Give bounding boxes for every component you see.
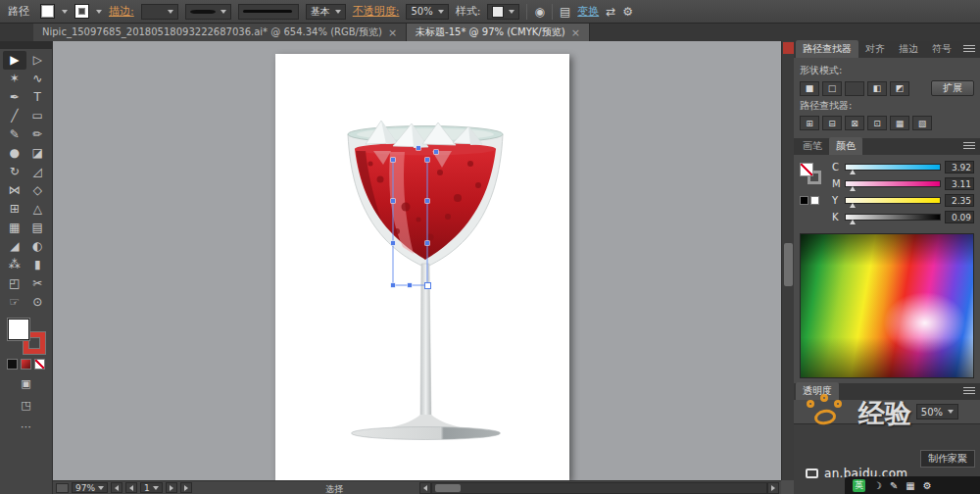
vertical-scroll-thumb[interactable] (784, 243, 793, 286)
opacity-panel-link[interactable]: 不透明度: (353, 4, 400, 19)
column-graph-tool[interactable]: ▮ (26, 256, 50, 274)
color-spectrum[interactable] (800, 233, 974, 378)
color-mode-button[interactable] (7, 359, 18, 370)
yellow-value[interactable]: 2.35 (945, 194, 974, 207)
scroll-left-arrow-icon[interactable] (419, 482, 431, 494)
merge-button[interactable]: ⊠ (845, 116, 864, 130)
vertical-scrollbar[interactable] (781, 41, 794, 480)
panel-menu-icon[interactable] (963, 387, 975, 396)
slider-thumb[interactable] (850, 186, 856, 191)
shape-builder-tool[interactable]: ⊞ (3, 200, 26, 219)
grid-icon[interactable] (56, 483, 69, 493)
rectangle-tool[interactable]: ▭ (26, 107, 50, 125)
stroke-weight-select[interactable] (141, 4, 178, 20)
panel-menu-icon[interactable] (963, 45, 975, 54)
direct-selection-tool[interactable]: ▷ (26, 51, 50, 70)
intersect-button[interactable]: ◧ (867, 81, 887, 96)
panel-fill-swatch[interactable] (800, 163, 813, 176)
canvas-area[interactable] (53, 41, 781, 480)
horizontal-scroll-track[interactable] (431, 482, 767, 494)
first-artboard-button[interactable] (111, 482, 122, 493)
white-swatch[interactable] (810, 196, 819, 205)
magic-wand-tool[interactable]: ✶ (3, 70, 26, 88)
tab-stroke[interactable]: 描边 (892, 40, 925, 58)
ime-keyboard-icon[interactable]: ▦ (906, 480, 914, 491)
slider-thumb[interactable] (850, 220, 856, 224)
style-swatch-select[interactable] (487, 4, 519, 20)
close-icon[interactable]: × (571, 26, 580, 39)
black-slider[interactable] (845, 214, 941, 221)
magenta-value[interactable]: 3.11 (945, 177, 974, 190)
stroke-dropdown-arrow-icon[interactable] (96, 10, 102, 14)
ime-moon-icon[interactable]: ☽ (873, 480, 882, 491)
artboard[interactable] (275, 54, 569, 480)
fill-dropdown-arrow-icon[interactable] (62, 10, 68, 14)
symbol-sprayer-tool[interactable]: ⁂ (3, 256, 26, 274)
unite-button[interactable]: ■ (800, 81, 819, 96)
lasso-tool[interactable]: ∿ (26, 70, 50, 88)
tool-panel-grip[interactable] (0, 41, 52, 49)
black-swatch[interactable] (800, 196, 808, 205)
ime-pen-icon[interactable]: ✎ (890, 480, 898, 491)
free-transform-tool[interactable]: ◇ (26, 181, 50, 200)
brush-preview[interactable] (238, 4, 299, 20)
perspective-grid-tool[interactable]: △ (26, 200, 50, 219)
width-profile-select[interactable] (185, 4, 231, 20)
minus-front-button[interactable]: □ (822, 81, 842, 96)
drawing-mode-icon[interactable]: ▣ (21, 377, 30, 390)
minus-back-button[interactable]: ▧ (912, 116, 932, 130)
last-artboard-button[interactable] (180, 482, 192, 493)
tab-transparency[interactable]: 透明度 (796, 382, 839, 400)
stroke-panel-link[interactable]: 描边: (109, 4, 134, 19)
eyedropper-tool[interactable]: ◢ (3, 237, 26, 256)
settings-icon[interactable]: ⚙ (622, 5, 633, 19)
slider-thumb[interactable] (850, 170, 856, 174)
pencil-tool[interactable]: ✏ (26, 125, 50, 144)
blend-tool[interactable]: ◐ (26, 237, 50, 256)
trim-button[interactable]: ⊟ (822, 116, 842, 130)
panel-menu-icon[interactable] (963, 142, 975, 151)
next-artboard-button[interactable] (166, 482, 177, 493)
more-icon[interactable]: ⋯ (21, 420, 31, 433)
scale-tool[interactable]: ◿ (26, 163, 50, 181)
paintbrush-tool[interactable]: ✎ (3, 125, 26, 144)
crop-button[interactable]: ⊡ (867, 116, 887, 130)
gradient-tool[interactable]: ▤ (26, 219, 50, 237)
document-tab-1[interactable]: Nipic_15097685_20180518093222687036.ai* … (33, 24, 407, 41)
expand-button[interactable]: 扩展 (931, 80, 974, 96)
document-tab-2[interactable]: 未标题-15* @ 97% (CMYK/预览) × (407, 24, 590, 41)
wine-glass-illustration[interactable] (275, 54, 569, 480)
gradient-mode-button[interactable] (21, 359, 31, 370)
ime-language-button[interactable]: 英 (853, 479, 865, 492)
rotate-tool[interactable]: ↻ (3, 163, 26, 181)
transparency-opacity-select[interactable]: 50% (916, 404, 958, 420)
magenta-slider[interactable] (845, 180, 941, 187)
selection-tool[interactable]: ▶ (3, 51, 26, 70)
artboard-tool[interactable]: ◰ (3, 274, 26, 293)
recolor-artwork-icon[interactable]: ◉ (534, 5, 544, 19)
tab-align[interactable]: 对齐 (858, 40, 892, 58)
outline-button[interactable]: ▦ (890, 116, 909, 130)
line-segment-tool[interactable]: ╱ (3, 107, 26, 125)
transform-panel-link[interactable]: 变换 (577, 4, 599, 19)
type-tool[interactable]: T (26, 88, 50, 107)
opacity-select[interactable]: 50% (406, 4, 448, 20)
pen-tool[interactable]: ✒ (3, 88, 26, 107)
artboard-number-select[interactable]: 1 (140, 482, 163, 493)
fill-swatch[interactable] (40, 4, 55, 19)
tab-brushes[interactable]: 画笔 (796, 137, 829, 155)
fill-color-swatch[interactable] (8, 319, 29, 340)
tab-pathfinder[interactable]: 路径查找器 (796, 40, 858, 58)
slice-tool[interactable]: ✂ (26, 274, 50, 293)
prev-artboard-button[interactable] (125, 482, 137, 493)
stroke-swatch[interactable] (74, 4, 89, 19)
exclude-button[interactable]: ◩ (890, 81, 909, 96)
ime-toolbox-icon[interactable]: ⚙ (923, 480, 932, 491)
cyan-value[interactable]: 3.92 (945, 161, 974, 173)
scroll-right-arrow-icon[interactable] (767, 482, 779, 494)
eraser-tool[interactable]: ◪ (26, 144, 50, 163)
blob-brush-tool[interactable]: ● (3, 144, 26, 163)
slider-thumb[interactable] (850, 203, 856, 208)
cyan-slider[interactable] (845, 164, 941, 171)
black-value[interactable]: 0.09 (945, 211, 974, 223)
